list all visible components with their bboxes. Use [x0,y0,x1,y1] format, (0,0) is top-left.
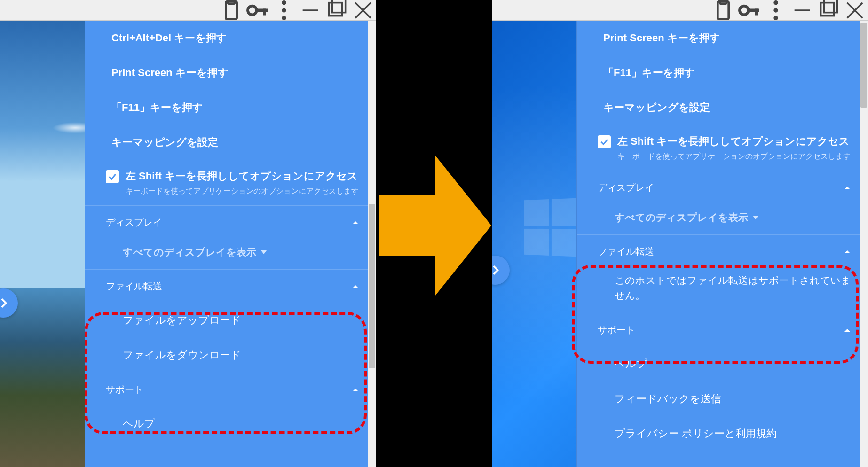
display-all-dropdown[interactable]: すべてのディスプレイを表示 [85,239,376,269]
chevron-up-icon [350,281,361,292]
chevron-up-icon [350,217,361,228]
help-item[interactable]: ヘルプ [85,406,376,441]
remote-viewport: Ctrl+Alt+Del キーを押す Print Screen キーを押す 「F… [0,21,376,467]
shift-option-row[interactable]: 左 Shift キーを長押ししてオプションにアクセス キーボードを使ってアプリケ… [577,125,868,171]
scrollbar-thumb[interactable] [860,23,867,108]
shift-option-label: 左 Shift キーを長押ししてオプションにアクセス [617,135,850,147]
svg-point-5 [282,0,286,5]
support-section-header[interactable]: サポート [85,373,376,406]
close-button[interactable] [842,0,868,21]
screenshot-after: Print Screen キーを押す 「F11」キーを押す キーマッピングを設定… [492,0,868,467]
file-download-item[interactable]: ファイルをダウンロード [85,338,376,373]
caret-down-icon [753,216,758,219]
shift-option-checkbox[interactable] [106,170,119,183]
window-titlebar [0,0,376,21]
svg-marker-13 [379,155,491,296]
minimize-button[interactable] [297,0,324,21]
svg-rect-23 [821,2,834,16]
display-section-header[interactable]: ディスプレイ [85,205,376,239]
clipboard-icon[interactable] [218,0,245,21]
svg-point-2 [248,6,257,15]
options-panel: Print Screen キーを押す 「F11」キーを押す キーマッピングを設定… [576,21,868,467]
svg-point-20 [773,8,778,12]
maximize-button[interactable] [815,0,842,21]
shift-option-subtext: キーボードを使ってアプリケーションのオプションにアクセスします [617,151,851,162]
file-transfer-section-header[interactable]: ファイル転送 [577,234,868,268]
caret-down-icon [261,250,267,254]
close-button[interactable] [350,0,376,21]
file-transfer-unsupported-message: このホストではファイル転送はサポートされていません。 [577,268,868,313]
keymap-item[interactable]: キーマッピングを設定 [577,90,868,125]
file-upload-item[interactable]: ファイルをアップロード [85,303,376,338]
shift-option-checkbox[interactable] [598,135,611,148]
shift-option-row[interactable]: 左 Shift キーを長押ししてオプションにアクセス キーボードを使ってアプリケ… [85,160,376,205]
display-all-dropdown[interactable]: すべてのディスプレイを表示 [577,204,868,234]
svg-point-16 [740,6,749,15]
file-transfer-section-header[interactable]: ファイル転送 [85,269,376,303]
svg-point-21 [773,16,778,20]
print-screen-item[interactable]: Print Screen キーを押す [577,21,868,55]
print-screen-item[interactable]: Print Screen キーを押す [85,55,376,90]
options-panel: Ctrl+Alt+Del キーを押す Print Screen キーを押す 「F… [85,21,376,467]
shift-option-subtext: キーボードを使ってアプリケーションのオプションにアクセスします [126,186,359,196]
chevron-up-icon [842,325,853,336]
more-icon[interactable] [271,0,297,21]
support-section-header[interactable]: サポート [577,313,868,347]
clipboard-icon[interactable] [710,0,736,21]
window-titlebar [492,0,868,21]
keymap-item[interactable]: キーマッピングを設定 [85,125,376,160]
svg-point-6 [282,8,286,12]
chevron-up-icon [842,182,853,194]
help-item[interactable]: ヘルプ [577,347,868,381]
svg-rect-4 [263,8,266,15]
remote-viewport: Print Screen キーを押す 「F11」キーを押す キーマッピングを設定… [492,21,868,467]
feedback-item[interactable]: フィードバックを送信 [577,381,868,416]
display-section-header[interactable]: ディスプレイ [577,171,868,204]
transition-arrow [379,155,491,296]
windows-logo [524,198,578,257]
svg-point-19 [773,0,778,5]
chevron-up-icon [350,384,361,396]
more-icon[interactable] [763,0,789,21]
chevron-up-icon [842,246,853,257]
key-icon[interactable] [736,0,763,21]
scrollbar-track[interactable] [368,21,376,467]
ctrl-alt-del-item[interactable]: Ctrl+Alt+Del キーを押す [85,21,376,55]
privacy-item[interactable]: プライバシー ポリシーと利用規約 [577,416,868,451]
f11-item[interactable]: 「F11」キーを押す [85,90,376,125]
f11-item[interactable]: 「F11」キーを押す [577,55,868,90]
scrollbar-track[interactable] [860,21,868,467]
svg-rect-9 [329,2,342,16]
shift-option-label: 左 Shift キーを長押ししてオプションにアクセス [126,170,358,182]
svg-point-7 [282,16,286,20]
scrollbar-thumb[interactable] [369,204,375,368]
key-icon[interactable] [245,0,271,21]
minimize-button[interactable] [789,0,815,21]
svg-rect-18 [755,8,758,15]
screenshot-before: Ctrl+Alt+Del キーを押す Print Screen キーを押す 「F… [0,0,376,467]
maximize-button[interactable] [324,0,350,21]
